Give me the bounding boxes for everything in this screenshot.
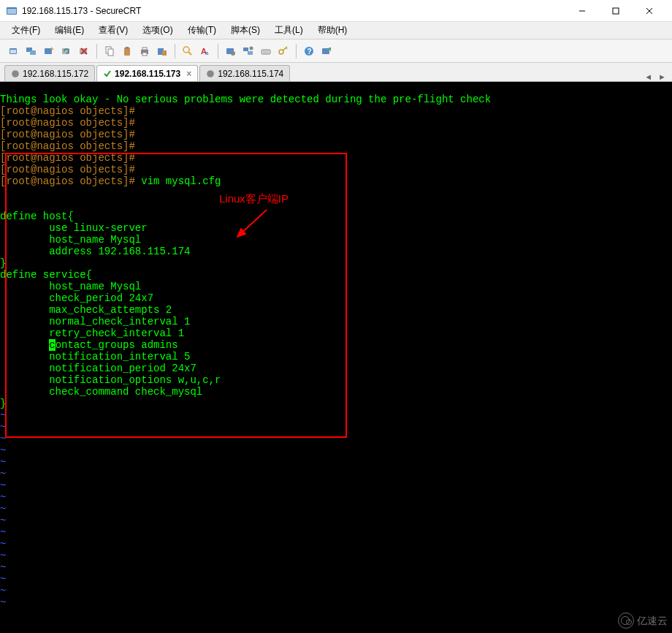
svg-rect-17 [108,49,113,56]
blank-line [0,187,6,199]
copy-icon[interactable] [102,43,118,59]
help-icon[interactable]: ? [301,43,317,59]
menu-options[interactable]: 选项(O) [137,23,178,38]
maximize-button[interactable] [599,0,633,22]
svg-rect-34 [261,50,270,54]
terminal-prompt: [root@nagios objects]# [0,117,135,129]
svg-text:a: a [205,50,209,56]
cfg-line: max_check_attempts 2 [0,304,172,316]
menu-edit[interactable]: 编辑(E) [49,23,90,38]
terminal-command [135,175,141,187]
svg-rect-42 [322,48,329,54]
cfg-line: check_command check_mysql [0,386,202,398]
terminal-prompt: [root@nagios objects]# [0,152,135,164]
svg-rect-10 [45,48,52,54]
vim-tilde: ~ [0,456,6,468]
paste-icon[interactable] [119,43,135,59]
menu-view[interactable]: 查看(V) [93,23,134,38]
tab-label: 192.168.115.173 [115,69,180,79]
svg-point-30 [231,51,235,56]
svg-rect-3 [613,8,619,14]
session-options-icon[interactable] [223,43,239,59]
cfg-line: host_name Mysql [0,234,141,246]
vim-tilde: ~ [0,409,6,421]
new-session-icon[interactable] [6,43,22,59]
svg-rect-1 [7,9,16,14]
svg-point-25 [183,47,189,53]
tab-session-2[interactable]: 192.168.115.173 × [96,65,198,81]
toolbar-separator [175,44,175,58]
svg-point-45 [207,70,214,77]
bullet-icon [206,69,215,78]
font-icon[interactable]: Aa [197,43,213,59]
tab-label: 192.168.115.172 [23,69,88,79]
vim-tilde: ~ [0,538,6,550]
terminal[interactable]: Things look okay - No serious problems w… [0,82,672,633]
toolbar: Aa ? [0,39,672,63]
print-icon[interactable] [137,43,153,59]
cursor: c [49,339,55,351]
vim-tilde: ~ [0,573,6,585]
svg-line-26 [188,52,191,55]
vim-tilde: ~ [0,550,6,561]
tab-session-1[interactable]: 192.168.115.172 [4,65,95,81]
find-icon[interactable] [180,43,196,59]
window-title: 192.168.115.173 - SecureCRT [22,6,565,16]
cfg-line: notification_options w,u,c,r [0,374,221,386]
cfg-line: } [0,398,6,409]
keyboard-icon[interactable] [258,43,274,59]
svg-marker-11 [51,47,54,50]
paste-clipboard-icon[interactable] [154,43,170,59]
svg-line-39 [286,48,287,49]
close-button[interactable] [633,0,666,22]
annotation-arrow-icon [234,206,278,250]
vim-tilde: ~ [0,503,6,515]
disconnect-icon[interactable] [76,43,92,59]
annotation-label: Linux客户端IP [219,193,289,205]
about-icon[interactable] [318,43,335,59]
menu-help[interactable]: 帮助(H) [312,23,354,38]
menu-tools[interactable]: 工具(L) [269,23,309,38]
close-tab-icon[interactable]: × [186,69,191,79]
cfg-line [0,339,49,351]
global-options-icon[interactable] [240,43,256,59]
vim-tilde: ~ [0,444,6,456]
check-icon [103,69,112,78]
terminal-prompt: [root@nagios objects]# [0,105,135,117]
toolbar-separator [96,44,97,58]
menu-script[interactable]: 脚本(S) [225,23,266,38]
cfg-line: normal_check_interval 1 [0,316,190,327]
blank-line [0,199,6,211]
key-icon[interactable] [275,43,291,59]
multi-session-icon[interactable] [23,43,39,59]
vim-tilde: ~ [0,480,6,491]
titlebar: 192.168.115.173 - SecureCRT [0,0,672,22]
tab-prev-icon[interactable]: ◄ [644,72,652,81]
terminal-prompt: [root@nagios objects]# [0,129,135,140]
watermark-logo-icon [618,613,634,629]
tab-session-3[interactable]: 192.168.115.174 [199,65,290,81]
svg-point-44 [12,70,19,77]
reconnect-icon[interactable] [58,43,75,59]
menu-transfer[interactable]: 传输(T) [182,23,222,38]
cfg-line: notification_interval 5 [0,351,190,363]
vim-tilde: ~ [0,596,6,608]
cfg-line: notification_period 24x7 [0,363,196,374]
toolbar-separator [218,44,218,58]
watermark-text: 亿速云 [637,615,668,626]
cfg-line: retry_check_interval 1 [0,327,184,339]
tab-next-icon[interactable]: ► [658,72,666,81]
cfg-line: ontact_groups admins [56,339,178,351]
vim-tilde: ~ [0,515,6,526]
quick-connect-icon[interactable] [41,43,57,59]
menu-file[interactable]: 文件(F) [6,23,46,38]
watermark: 亿速云 [618,613,668,629]
toolbar-separator [296,44,297,58]
minimize-button[interactable] [565,0,599,22]
svg-line-47 [237,210,267,237]
svg-point-33 [250,46,253,50]
svg-text:?: ? [308,48,312,56]
cfg-line: define host{ [0,211,74,222]
vim-tilde: ~ [0,526,6,538]
vim-tilde: ~ [0,491,6,503]
